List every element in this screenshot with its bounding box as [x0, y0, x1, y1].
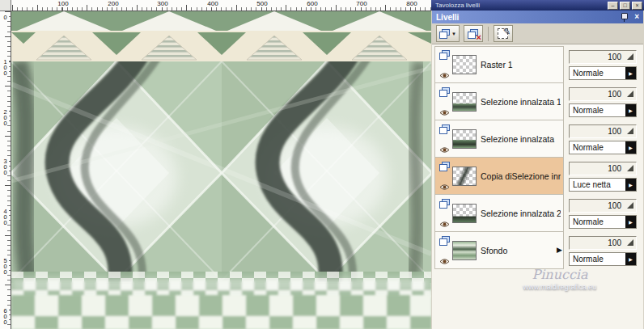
- layer-name-cell[interactable]: Selezione innalzata 2: [434, 195, 564, 232]
- palette-close-icon[interactable]: ×: [634, 13, 639, 21]
- canvas-image[interactable]: [11, 11, 431, 329]
- expand-arrow-icon[interactable]: ▶: [557, 245, 562, 255]
- blend-mode-control[interactable]: Normale ▶: [569, 141, 637, 154]
- visibility-eye-icon[interactable]: [439, 146, 450, 154]
- blend-dropdown-arrow-icon[interactable]: ▶: [625, 179, 636, 191]
- new-layer-button[interactable]: ▼: [436, 25, 460, 42]
- pencil-icon: ✎: [503, 27, 511, 37]
- blend-mode-value: Luce netta: [573, 180, 625, 189]
- layer-row-selezione-innalzata[interactable]: Selezione innalzata 100 Normale ▶: [434, 120, 640, 158]
- layer-name-cell[interactable]: Copia diSelezione inn: [434, 158, 564, 195]
- visibility-eye-icon[interactable]: [439, 258, 450, 265]
- layer-thumbnail[interactable]: [452, 55, 477, 74]
- layer-icon-stack: [438, 234, 451, 267]
- blend-dropdown-arrow-icon[interactable]: ▶: [625, 104, 636, 116]
- ruler-label: 500: [256, 0, 268, 7]
- layer-name-cell[interactable]: Selezione innalzata: [434, 120, 564, 158]
- opacity-slider-icon[interactable]: [627, 202, 633, 209]
- opacity-control[interactable]: 100: [569, 124, 637, 138]
- layer-thumbnail[interactable]: [452, 241, 477, 260]
- layers-list: Raster 1 100 Normale ▶: [432, 44, 643, 329]
- layer-row-selezione-innalzata-2[interactable]: Selezione innalzata 2 100 Normale ▶: [434, 195, 640, 232]
- layer-name-cell[interactable]: Sfondo ▶: [434, 232, 564, 269]
- layer-name-cell[interactable]: Selezione innalzata 1: [434, 83, 564, 120]
- ruler-label: 300: [156, 0, 168, 7]
- layer-thumbnail[interactable]: [452, 129, 477, 149]
- thumbnail-content: [453, 167, 476, 185]
- new-layer-dropdown-icon[interactable]: ▼: [451, 32, 456, 36]
- visibility-eye-icon[interactable]: [439, 109, 450, 116]
- opacity-value: 100: [608, 164, 621, 173]
- blend-dropdown-arrow-icon[interactable]: ▶: [625, 253, 636, 265]
- layers-toolbar: ▼ × ✎: [432, 23, 643, 44]
- opacity-slider-icon[interactable]: [627, 53, 633, 60]
- layer-name-cell[interactable]: Raster 1: [434, 46, 564, 83]
- blend-dropdown-arrow-icon[interactable]: ▶: [625, 216, 636, 228]
- ruler-label: 400: [206, 0, 218, 7]
- layer-thumbnail[interactable]: [452, 167, 477, 186]
- layer-name: Selezione innalzata 2: [481, 209, 561, 218]
- opacity-control[interactable]: 100: [569, 50, 637, 64]
- edit-selection-button[interactable]: ✎: [494, 25, 513, 42]
- blend-dropdown-arrow-icon[interactable]: ▶: [625, 67, 636, 79]
- close-button[interactable]: ×: [632, 2, 642, 10]
- layer-thumbnail[interactable]: [452, 204, 477, 223]
- layer-type-icon: [439, 124, 450, 134]
- layer-thumbnail[interactable]: [452, 92, 477, 112]
- layer-controls: 100 Normale ▶: [569, 195, 637, 232]
- thumbnail-content: [453, 205, 476, 222]
- opacity-value: 100: [608, 201, 621, 210]
- ruler-medium-ticks: [12, 5, 431, 11]
- palette-titlebar[interactable]: Livelli ×: [432, 11, 643, 23]
- blend-mode-value: Normale: [573, 217, 625, 226]
- ruler-label: 800: [405, 0, 417, 7]
- layer-type-icon: [439, 50, 450, 60]
- opacity-slider-icon[interactable]: [627, 128, 633, 134]
- opacity-slider-icon[interactable]: [627, 165, 633, 171]
- blend-mode-control[interactable]: Normale ▶: [569, 215, 637, 229]
- opacity-value: 100: [608, 127, 621, 136]
- layer-type-icon: [439, 162, 450, 171]
- visibility-eye-icon[interactable]: [439, 72, 450, 79]
- layer-type-icon: [439, 87, 450, 97]
- blend-mode-control[interactable]: Normale ▶: [569, 66, 637, 80]
- opacity-control[interactable]: 100: [569, 199, 637, 213]
- opacity-control[interactable]: 100: [569, 87, 637, 101]
- opacity-slider-icon[interactable]: [627, 239, 633, 246]
- visibility-eye-icon[interactable]: [439, 221, 450, 228]
- layer-controls: 100 Normale ▶: [569, 120, 637, 158]
- opacity-control[interactable]: 100: [569, 162, 637, 175]
- delete-layer-button[interactable]: ×: [464, 25, 483, 42]
- layer-row-selezione-innalzata-1[interactable]: Selezione innalzata 1 100 Normale ▶: [434, 83, 640, 120]
- blend-mode-value: Normale: [573, 143, 625, 152]
- layer-name: Selezione innalzata: [481, 134, 561, 144]
- restore-button[interactable]: □: [620, 2, 630, 10]
- blend-mode-control[interactable]: Luce netta ▶: [569, 178, 637, 192]
- layer-row-raster-1[interactable]: Raster 1 100 Normale ▶: [434, 46, 640, 83]
- blend-mode-control[interactable]: Normale ▶: [569, 252, 637, 266]
- window-titlebar[interactable]: Tavolozza livelli – □ ×: [431, 0, 644, 11]
- new-layer-icon: [439, 29, 450, 39]
- layer-icon-stack: [438, 123, 451, 155]
- layer-name: Selezione innalzata 1: [481, 97, 561, 107]
- opacity-slider-icon[interactable]: [627, 91, 633, 97]
- blend-dropdown-arrow-icon[interactable]: ▶: [625, 141, 636, 154]
- thumbnail-content: [453, 130, 476, 148]
- layer-name: Raster 1: [481, 60, 561, 70]
- delete-x-icon: ×: [477, 33, 481, 42]
- blend-mode-value: Normale: [573, 69, 625, 78]
- minimize-button[interactable]: –: [608, 2, 618, 10]
- visibility-eye-icon[interactable]: [439, 183, 450, 191]
- opacity-control[interactable]: 100: [569, 236, 637, 250]
- layer-row-sfondo[interactable]: Sfondo ▶ 100 Normale ▶: [434, 232, 640, 269]
- blend-mode-value: Normale: [573, 255, 625, 264]
- opacity-value: 100: [608, 238, 621, 247]
- ruler-label: 700: [355, 0, 367, 7]
- ruler-label: 600: [306, 0, 318, 7]
- layer-row-copia-di-selezione-innalzata[interactable]: Copia diSelezione inn 100 Luce netta ▶: [434, 158, 640, 195]
- opacity-value: 100: [608, 90, 621, 99]
- ruler-label: 100: [57, 0, 69, 7]
- blend-mode-control[interactable]: Normale ▶: [569, 103, 637, 117]
- pushpin-icon[interactable]: [621, 13, 629, 22]
- horizontal-ruler: 100 200 300 400 500 600 700 800: [11, 0, 431, 11]
